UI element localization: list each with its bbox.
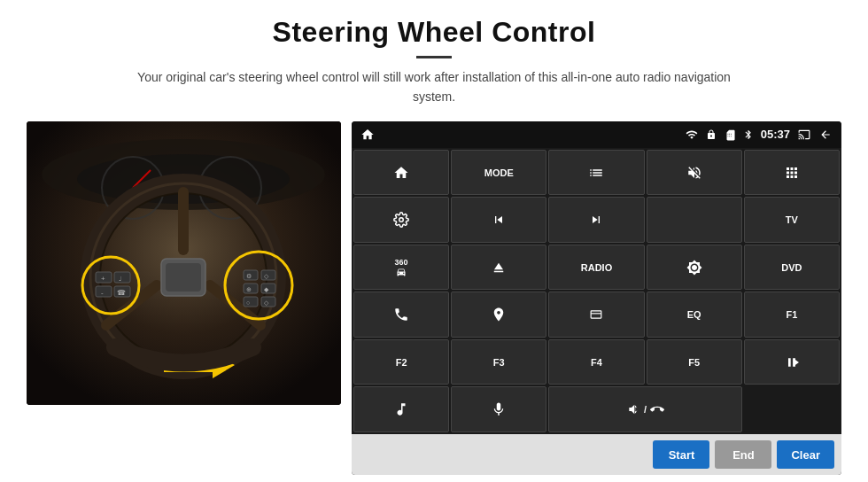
btn-next[interactable] [548,197,644,243]
mic-icon [491,401,507,417]
svg-text:○: ○ [246,299,250,306]
btn-tv[interactable] [647,197,742,243]
home-icon [360,128,375,142]
header-section: Steering Wheel Control Your original car… [0,0,868,114]
btn-eq[interactable]: EQ [647,292,742,338]
next-icon [586,213,606,227]
status-right: 05:37 [685,128,833,141]
time-display: 05:37 [761,128,790,141]
btn-play-pause[interactable] [744,339,840,385]
phone-hang-icon [650,402,664,416]
svg-text:+: + [101,275,105,283]
cast-icon [797,128,811,141]
svg-rect-16 [114,272,130,283]
title-divider [416,56,452,58]
end-button[interactable]: End [715,440,771,469]
play-pause-icon [783,355,801,369]
btn-f2[interactable]: F2 [353,339,449,385]
svg-rect-13 [166,263,201,292]
svg-point-37 [399,218,404,222]
navigation-icon [491,307,507,323]
main-content: + - ♩ ☎ ⚙ ◇ ⊕ ◆ [0,114,868,482]
btn-phone[interactable] [353,292,449,338]
svg-text:⚙: ⚙ [246,273,252,279]
btn-f3[interactable]: F3 [451,339,546,385]
svg-text:☎: ☎ [117,289,126,297]
btn-nav[interactable] [451,292,546,338]
btn-brightness[interactable] [647,245,742,291]
btn-mute[interactable] [647,150,742,196]
btn-f5[interactable]: F5 [647,339,742,385]
status-bar: 05:37 [352,121,841,148]
prev-icon [489,213,508,227]
btn-music[interactable] [353,386,449,432]
sim-icon [724,128,736,141]
bluetooth-icon [743,128,754,141]
bottom-controls: Start End Clear [352,434,841,475]
apps-icon [784,165,800,181]
page-container: Steering Wheel Control Your original car… [0,0,868,482]
wifi-icon [685,128,699,141]
btn-apps[interactable] [744,150,840,196]
clear-button[interactable]: Clear [777,440,834,469]
btn-f4[interactable]: F4 [548,339,644,385]
page-title: Steering Wheel Control [35,16,833,49]
btn-settings-circle[interactable] [353,197,449,243]
btn-dvd[interactable]: DVD [744,245,840,291]
status-left [360,128,375,142]
subtitle: Your original car's steering wheel contr… [124,67,744,107]
eject-icon [491,260,507,276]
btn-radio[interactable]: RADIO [548,245,644,291]
button-grid: MODE [352,148,841,434]
btn-mic[interactable] [451,386,546,432]
car-icon [393,267,409,277]
mute-icon [686,165,702,181]
head-unit-panel: 05:37 [352,121,841,475]
home-btn-icon [393,165,409,181]
list-icon [588,165,604,181]
back-icon [818,128,833,141]
btn-vol-phone[interactable]: / [548,386,741,432]
btn-eject[interactable] [451,245,546,291]
btn-prev[interactable] [451,197,546,243]
window-icon [586,308,606,321]
btn-media[interactable]: TV [744,197,840,243]
sw-background: + - ♩ ☎ ⚙ ◇ ⊕ ◆ [27,121,341,405]
music-icon [393,401,409,417]
brightness-icon [686,260,702,276]
lock-icon [706,128,717,141]
start-button[interactable]: Start [653,440,709,469]
vol-icon [626,402,640,416]
steering-wheel-image: + - ♩ ☎ ⚙ ◇ ⊕ ◆ [27,121,341,405]
btn-empty [744,386,840,432]
btn-f1[interactable]: F1 [744,292,840,338]
svg-text:⊕: ⊕ [246,286,252,292]
svg-rect-17 [96,286,112,297]
btn-window[interactable] [548,292,644,338]
btn-mode[interactable]: MODE [451,150,546,196]
svg-text:♩: ♩ [119,276,121,282]
phone-icon [393,307,409,323]
svg-marker-40 [793,358,799,366]
settings-circle-icon [393,212,409,228]
svg-text:-: - [101,289,104,297]
btn-home[interactable] [353,150,449,196]
svg-rect-38 [592,311,602,318]
btn-360[interactable]: 360 [353,245,449,291]
btn-list[interactable] [548,150,644,196]
